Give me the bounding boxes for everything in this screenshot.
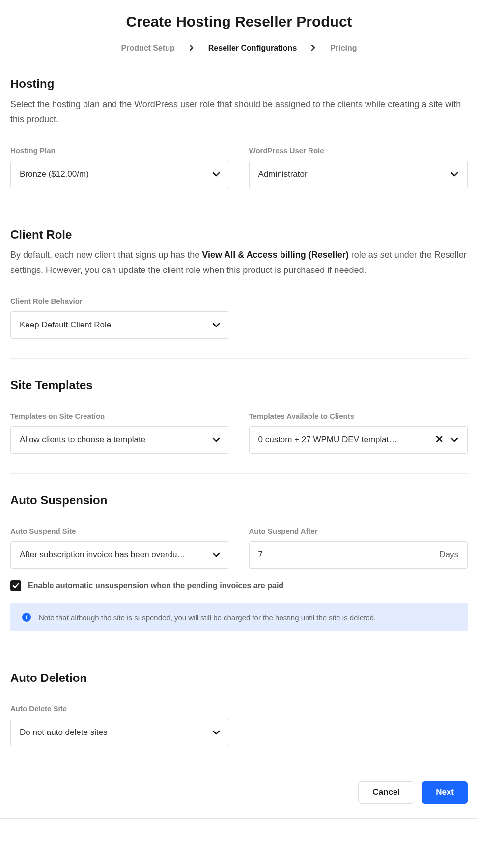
chevron-down-icon: [212, 435, 220, 444]
step-pricing[interactable]: Pricing: [330, 44, 357, 53]
auto-delete-value: Do not auto delete sites: [20, 728, 204, 737]
auto-suspend-label: Auto Suspend Site: [10, 527, 229, 535]
info-icon: i: [22, 613, 31, 622]
hosting-plan-label: Hosting Plan: [10, 146, 229, 155]
step-reseller-config[interactable]: Reseller Configurations: [208, 44, 297, 53]
auto-suspend-select[interactable]: After subscription invoice has been over…: [10, 541, 229, 569]
site-templates-heading: Site Templates: [10, 379, 468, 392]
cancel-button[interactable]: Cancel: [358, 781, 414, 804]
client-role-behavior-label: Client Role Behavior: [10, 297, 229, 305]
auto-unsuspend-checkbox[interactable]: [10, 580, 21, 591]
divider: [10, 358, 468, 359]
wp-role-select[interactable]: Administrator: [249, 161, 468, 188]
client-role-heading: Client Role: [10, 228, 468, 242]
chevron-down-icon: [212, 321, 220, 329]
auto-suspend-after-input[interactable]: 7 Days: [249, 541, 468, 569]
wp-role-value: Administrator: [258, 169, 443, 179]
client-role-behavior-value: Keep Default Client Role: [20, 320, 204, 330]
chevron-down-icon: [212, 550, 220, 559]
chevron-right-icon: [311, 44, 315, 52]
page-title: Create Hosting Reseller Product: [10, 13, 468, 30]
step-product-setup[interactable]: Product Setup: [121, 44, 174, 53]
stepper: Product Setup Reseller Configurations Pr…: [10, 44, 468, 53]
next-button[interactable]: Next: [422, 781, 468, 804]
auto-suspension-heading: Auto Suspension: [10, 493, 468, 507]
suspension-note: i Note that although the site is suspend…: [10, 603, 468, 631]
templates-creation-value: Allow clients to choose a template: [20, 435, 204, 445]
client-role-behavior-select[interactable]: Keep Default Client Role: [10, 311, 229, 339]
wp-role-label: WordPress User Role: [249, 146, 468, 155]
auto-unsuspend-label: Enable automatic unsuspension when the p…: [28, 581, 283, 590]
chevron-down-icon: [450, 435, 458, 444]
chevron-down-icon: [450, 170, 458, 179]
auto-suspend-after-label: Auto Suspend After: [249, 527, 468, 535]
auto-suspend-after-unit: Days: [439, 550, 458, 560]
templates-creation-label: Templates on Site Creation: [10, 412, 229, 420]
templates-available-label: Templates Available to Clients: [249, 412, 468, 420]
auto-deletion-heading: Auto Deletion: [10, 671, 468, 685]
templates-creation-select[interactable]: Allow clients to choose a template: [10, 426, 229, 454]
auto-delete-label: Auto Delete Site: [10, 705, 229, 713]
chevron-down-icon: [212, 170, 220, 179]
close-icon[interactable]: [436, 435, 443, 445]
hosting-desc: Select the hosting plan and the WordPres…: [10, 97, 468, 127]
hosting-plan-select[interactable]: Bronze ($12.00/m): [10, 161, 229, 188]
auto-delete-select[interactable]: Do not auto delete sites: [10, 719, 229, 746]
divider: [10, 473, 468, 474]
templates-available-select[interactable]: 0 custom + 27 WPMU DEV templat…: [249, 426, 468, 454]
suspension-note-text: Note that although the site is suspended…: [39, 613, 376, 622]
auto-suspend-after-value: 7: [258, 550, 440, 560]
templates-available-value: 0 custom + 27 WPMU DEV templat…: [258, 435, 428, 445]
divider: [10, 651, 468, 651]
hosting-heading: Hosting: [10, 77, 468, 91]
divider: [10, 208, 468, 208]
chevron-right-icon: [190, 44, 194, 52]
client-role-desc: By default, each new client that signs u…: [10, 247, 468, 277]
auto-suspend-value: After subscription invoice has been over…: [20, 550, 204, 560]
chevron-down-icon: [212, 728, 220, 737]
hosting-plan-value: Bronze ($12.00/m): [20, 169, 204, 179]
